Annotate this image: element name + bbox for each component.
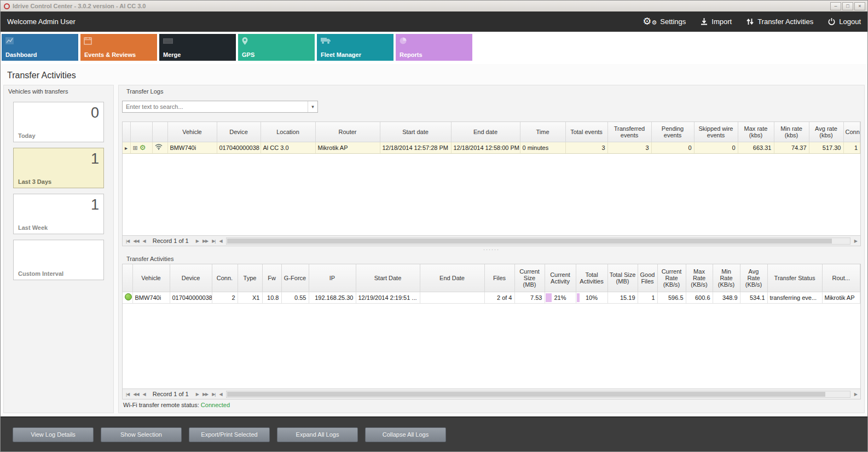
acts-scroll-thumb[interactable] <box>227 392 826 397</box>
scroll-right-icon[interactable]: ▶ <box>854 392 857 397</box>
logs-col-device[interactable]: Device <box>217 122 261 142</box>
acts-col-max-rate[interactable]: Max Rate (KB/s) <box>686 264 713 292</box>
topbar: Welcome Admin User ⚙⚙ Settings Import Tr… <box>1 11 867 32</box>
logout-label: Logout <box>839 18 861 26</box>
logs-col-location[interactable]: Location <box>261 122 315 142</box>
acts-col-type[interactable]: Type <box>238 264 262 292</box>
acts-col-avg-rate[interactable]: Avg Rate (KB/s) <box>740 264 767 292</box>
panel-splitter[interactable]: ······ <box>122 246 861 253</box>
logs-col-skipped-wire-events[interactable]: Skipped wire events <box>694 122 738 142</box>
acts-col-gforce[interactable]: G-Force <box>281 264 309 292</box>
chevron-down-icon[interactable]: ▾ <box>308 101 317 112</box>
tab-dashboard[interactable]: Dashboard <box>2 34 78 61</box>
pager-next-page-icon[interactable]: ▶▶ <box>202 392 208 397</box>
acts-cell-device: 017040000038 <box>170 292 212 303</box>
acts-data-row[interactable]: BMW740i 017040000038 2 X1 10.8 0.55 192.… <box>123 292 860 303</box>
pager-prev-page-icon[interactable]: ◀◀ <box>133 392 138 397</box>
pager-next-icon[interactable]: ▶ <box>196 239 199 244</box>
transfer-activities-button[interactable]: Transfer Activities <box>746 18 813 26</box>
acts-col-files[interactable]: Files <box>484 264 514 292</box>
pager-next-page-icon[interactable]: ▶▶ <box>202 239 208 244</box>
acts-col-transfer-status[interactable]: Transfer Status <box>767 264 822 292</box>
acts-col-router[interactable]: Rout... <box>822 264 860 292</box>
scroll-right-icon[interactable]: ▶ <box>854 239 857 244</box>
acts-col-min-rate[interactable]: Min Rate (KB/s) <box>713 264 740 292</box>
show-selection-button[interactable]: Show Selection <box>101 427 182 442</box>
logs-col-time[interactable]: Time <box>520 122 565 142</box>
acts-col-ip[interactable]: IP <box>309 264 356 292</box>
acts-col-total-size[interactable]: Total Size (MB) <box>607 264 638 292</box>
card-custom-interval[interactable]: Custom Interval <box>13 240 104 280</box>
acts-col-conn[interactable]: Conn. <box>212 264 238 292</box>
acts-horizontal-scrollbar[interactable] <box>226 391 850 398</box>
collapse-all-logs-button[interactable]: Collapse All Logs <box>365 427 446 442</box>
logs-col-avg-rate[interactable]: Avg rate (kbs) <box>809 122 843 142</box>
tab-gps[interactable]: GPS <box>238 34 315 61</box>
logs-horizontal-scrollbar[interactable] <box>226 237 850 245</box>
tab-reports[interactable]: Reports <box>396 34 472 61</box>
tab-merge-label: Merge <box>163 51 181 58</box>
app-window: Idrive Control Center - 3.0.2 version - … <box>0 0 868 452</box>
pager-prev-icon[interactable]: ◀ <box>143 239 146 244</box>
acts-col-start-date[interactable]: Start Date <box>356 264 420 292</box>
pager-last-icon[interactable]: ▶| <box>212 239 215 244</box>
logs-col-min-rate[interactable]: Min rate (kbs) <box>774 122 809 142</box>
logs-col-max-rate[interactable]: Max rate (kbs) <box>738 122 774 142</box>
acts-col-good-files[interactable]: Good Files <box>638 264 657 292</box>
search-input[interactable] <box>123 103 308 110</box>
gears-icon: ⚙⚙ <box>643 17 657 27</box>
pager-first-icon[interactable]: |◀ <box>126 239 129 244</box>
pager-first-icon[interactable]: |◀ <box>126 392 129 397</box>
pager-prev-page-icon[interactable]: ◀◀ <box>133 239 138 244</box>
acts-col-device[interactable]: Device <box>170 264 212 292</box>
scroll-left-icon[interactable]: ◀ <box>219 392 222 397</box>
settings-button[interactable]: ⚙⚙ Settings <box>643 17 686 27</box>
minimize-button[interactable]: – <box>830 2 841 10</box>
acts-col-current-activity[interactable]: Current Activity <box>545 264 576 292</box>
expand-all-logs-button[interactable]: Expand All Logs <box>277 427 358 442</box>
pager-next-icon[interactable]: ▶ <box>196 392 199 397</box>
logs-col-pending-events[interactable]: Pending events <box>651 122 694 142</box>
search-combo: ▾ <box>122 101 318 113</box>
view-log-details-button[interactable]: View Log Details <box>13 427 94 442</box>
acts-col-total-activities[interactable]: Total Activities <box>576 264 607 292</box>
acts-col-current-size[interactable]: Current Size (MB) <box>514 264 545 292</box>
logs-col-wifi <box>152 122 167 142</box>
acts-cell-end-date <box>420 292 484 303</box>
logs-col-transferred-events[interactable]: Transferred events <box>607 122 651 142</box>
import-label: Import <box>711 18 732 26</box>
card-today-value: 0 <box>18 105 99 121</box>
pager-prev-icon[interactable]: ◀ <box>143 392 146 397</box>
logs-col-conn[interactable]: Conn. <box>843 122 860 142</box>
logs-scroll-thumb[interactable] <box>227 239 832 244</box>
tab-merge[interactable]: Merge <box>159 34 236 61</box>
pager-last-icon[interactable]: ▶| <box>212 392 215 397</box>
logout-button[interactable]: Logout <box>828 18 861 26</box>
acts-col-vehicle[interactable]: Vehicle <box>132 264 170 292</box>
card-today[interactable]: 0 Today <box>13 102 104 142</box>
logs-col-vehicle[interactable]: Vehicle <box>167 122 217 142</box>
acts-col-current-rate[interactable]: Current Rate (KB/s) <box>657 264 686 292</box>
logs-col-start-date[interactable]: Start date <box>380 122 451 142</box>
scroll-left-icon[interactable]: ◀ <box>219 239 222 244</box>
export-print-selected-button[interactable]: Export/Print Selected <box>189 427 270 442</box>
acts-col-end-date[interactable]: End Date <box>420 264 484 292</box>
import-button[interactable]: Import <box>700 18 732 26</box>
tab-fleet-manager[interactable]: Fleet Manager <box>317 34 394 61</box>
card-last-week[interactable]: 1 Last Week <box>13 194 104 234</box>
expand-row-icon[interactable]: ⊞ <box>133 144 138 151</box>
logs-data-row[interactable]: ▸ ⊞ ⚙ BMW740i 017040000038 Al CC 3.0 Mik… <box>123 142 860 153</box>
tab-reports-label: Reports <box>400 51 423 58</box>
maximize-button[interactable]: □ <box>842 2 853 10</box>
logs-col-end-date[interactable]: End date <box>451 122 520 142</box>
logs-cell-avg-rate: 517.30 <box>809 142 843 153</box>
close-button[interactable]: × <box>854 2 865 10</box>
acts-col-fw[interactable]: Fw <box>262 264 281 292</box>
gps-pin-icon <box>241 37 248 48</box>
tab-events-reviews[interactable]: Events & Reviews <box>80 34 157 61</box>
online-status-icon <box>125 293 132 300</box>
logs-cell-router: Mikrotik AP <box>315 142 380 153</box>
logs-col-router[interactable]: Router <box>315 122 380 142</box>
logs-col-total-events[interactable]: Total events <box>565 122 607 142</box>
card-last-3-days[interactable]: 1 Last 3 Days <box>13 148 104 188</box>
